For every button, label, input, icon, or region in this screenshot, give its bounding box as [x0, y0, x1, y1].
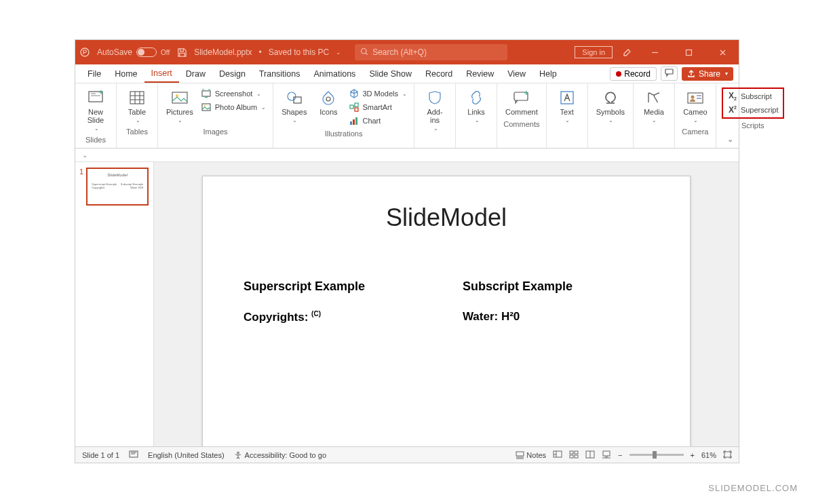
new-slide-button[interactable]: New Slide⌄: [81, 88, 111, 133]
addins-button[interactable]: Add- ins⌄: [420, 88, 450, 133]
zoom-in-button[interactable]: +: [691, 451, 695, 459]
tab-transitions[interactable]: Transitions: [252, 64, 307, 83]
comment-button[interactable]: Comment: [503, 88, 541, 117]
slide-canvas[interactable]: SlideModel Superscript Example Copyright…: [202, 176, 691, 446]
spellcheck-icon[interactable]: [129, 450, 138, 460]
text-icon: [557, 89, 577, 106]
notes-button[interactable]: Notes: [516, 451, 546, 459]
shapes-button[interactable]: Shapes⌄: [279, 88, 309, 125]
view-normal-button[interactable]: [553, 450, 562, 460]
save-icon[interactable]: [176, 47, 187, 58]
tab-slideshow[interactable]: Slide Show: [362, 64, 419, 83]
3d-models-button[interactable]: 3D Models⌄: [347, 88, 408, 100]
3d-models-icon: [349, 88, 360, 99]
tab-help[interactable]: Help: [532, 64, 564, 83]
slide-editor[interactable]: SlideModel Superscript Example Copyright…: [154, 162, 739, 446]
subscript-button[interactable]: X2 Subscript: [726, 90, 780, 102]
language-status[interactable]: English (United States): [148, 451, 225, 459]
table-button[interactable]: Table⌄: [122, 88, 152, 125]
accessibility-icon: [234, 451, 242, 459]
tab-review[interactable]: Review: [459, 64, 501, 83]
accessibility-status[interactable]: Accessibility: Good to go: [234, 451, 326, 459]
qat-customize-button[interactable]: ⌄: [82, 151, 88, 159]
superscript-label: Superscript: [741, 106, 779, 114]
symbols-label: Symbols: [596, 108, 625, 116]
fit-to-window-button[interactable]: [723, 450, 732, 460]
svg-rect-5: [130, 92, 144, 104]
smartart-button[interactable]: SmartArt: [347, 101, 408, 113]
tab-insert[interactable]: Insert: [144, 64, 179, 83]
zoom-slider[interactable]: [629, 454, 684, 456]
svg-rect-31: [575, 451, 578, 454]
maximize-button[interactable]: [676, 40, 701, 64]
thumbnail-pane[interactable]: 1 SlideModel Superscript ExampleSubscrip…: [75, 162, 154, 446]
slide-counter[interactable]: Slide 1 of 1: [82, 451, 119, 459]
share-button[interactable]: Share ▾: [682, 67, 733, 81]
screenshot-button[interactable]: Screenshot⌄: [200, 88, 267, 100]
left-body[interactable]: Copyrights: (C): [244, 310, 430, 324]
group-tables: Table⌄ Tables: [117, 83, 158, 148]
view-slideshow-button[interactable]: [602, 450, 611, 460]
media-button[interactable]: Media⌄: [639, 88, 669, 125]
svg-rect-2: [686, 50, 691, 55]
left-body-sup: (C): [311, 310, 321, 317]
photo-album-button[interactable]: Photo Album⌄: [200, 101, 267, 113]
tab-view[interactable]: View: [501, 64, 532, 83]
notes-label: Notes: [526, 451, 546, 459]
left-heading[interactable]: Superscript Example: [244, 279, 430, 294]
accessibility-label: Accessibility: Good to go: [245, 451, 326, 459]
cameo-label: Cameo: [683, 108, 707, 116]
text-button[interactable]: Text⌄: [552, 88, 582, 125]
saved-status: Saved to this PC: [269, 47, 329, 57]
menu-tabs: File Home Insert Draw Design Transitions…: [75, 64, 739, 83]
right-body[interactable]: Water: H²0: [463, 310, 649, 324]
media-label: Media: [644, 108, 664, 116]
signin-button[interactable]: Sign in: [575, 46, 613, 58]
powerpoint-icon: [79, 47, 90, 58]
pictures-button[interactable]: Pictures⌄: [163, 88, 196, 125]
view-sorter-button[interactable]: [569, 450, 579, 460]
ribbon-collapse-button[interactable]: ⌄: [727, 135, 733, 144]
slide-thumbnail[interactable]: SlideModel Superscript ExampleSubscript …: [86, 168, 149, 206]
new-slide-label: New Slide: [88, 108, 104, 124]
addins-label: Add- ins: [427, 108, 442, 124]
chart-button[interactable]: Chart: [347, 115, 408, 127]
chevron-down-icon: ⌄: [94, 125, 99, 132]
svg-rect-19: [355, 117, 357, 125]
view-reading-button[interactable]: [585, 450, 595, 460]
tab-draw[interactable]: Draw: [179, 64, 212, 83]
search-input[interactable]: Search (Alt+Q): [355, 44, 507, 60]
slide-title[interactable]: SlideModel: [244, 203, 649, 232]
screenshot-icon: [201, 88, 212, 99]
comments-pane-button[interactable]: [661, 66, 678, 81]
table-icon: [127, 89, 147, 106]
right-heading[interactable]: Subscript Example: [463, 279, 649, 294]
cameo-button[interactable]: Cameo⌄: [680, 88, 710, 125]
superscript-button[interactable]: X2 Superscript: [726, 104, 780, 116]
tab-file[interactable]: File: [81, 64, 108, 83]
tab-animations[interactable]: Animations: [307, 64, 363, 83]
smartart-label: SmartArt: [362, 103, 391, 111]
svg-rect-14: [350, 105, 353, 109]
icons-button[interactable]: Icons: [313, 88, 343, 117]
minimize-button[interactable]: [642, 40, 667, 64]
coming-soon-icon[interactable]: [622, 47, 633, 58]
chevron-down-icon: ⌄: [256, 91, 261, 97]
tab-record[interactable]: Record: [419, 64, 459, 83]
record-button[interactable]: Record: [610, 67, 657, 81]
titlebar: AutoSave Off SlideModel.pptx • Saved to …: [75, 40, 739, 64]
chevron-down-icon[interactable]: ⌄: [336, 49, 341, 56]
scripts-highlight-box: X2 Subscript X2 Superscript: [722, 88, 784, 119]
thumb-number: 1: [79, 168, 83, 206]
zoom-level[interactable]: 61%: [701, 451, 716, 459]
3d-models-label: 3D Models: [362, 90, 398, 98]
links-icon: [466, 89, 486, 106]
links-button[interactable]: Links⌄: [461, 88, 491, 125]
autosave-toggle[interactable]: AutoSave Off: [97, 47, 170, 57]
svg-rect-18: [353, 119, 355, 125]
symbols-button[interactable]: Symbols⌄: [594, 88, 627, 125]
zoom-out-button[interactable]: −: [618, 451, 622, 459]
tab-design[interactable]: Design: [212, 64, 252, 83]
tab-home[interactable]: Home: [108, 64, 144, 83]
close-button[interactable]: [710, 40, 735, 64]
